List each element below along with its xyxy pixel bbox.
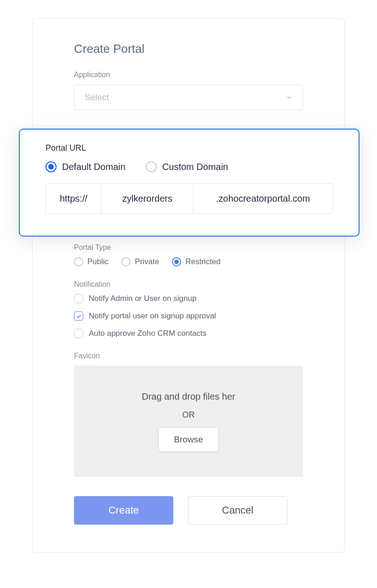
- create-portal-form: Create Portal Application Select Portal …: [32, 18, 345, 553]
- favicon-dropzone[interactable]: Drag and drop files her OR Browse: [74, 366, 303, 477]
- chevron-down-icon: [286, 94, 292, 101]
- application-placeholder: Select: [85, 92, 109, 102]
- notification-section: Notification Notify Admin or User on sig…: [74, 280, 303, 338]
- portal-type-private-radio[interactable]: Private: [121, 257, 159, 266]
- notification-label: Notification: [74, 280, 303, 288]
- radio-icon: [172, 257, 181, 266]
- checkbox-label: Notify Admin or User on signup: [89, 294, 196, 303]
- dropzone-or: OR: [183, 410, 195, 420]
- portal-type-restricted-radio[interactable]: Restricted: [172, 257, 221, 266]
- radio-icon: [74, 257, 83, 266]
- favicon-section: Favicon Drag and drop files her OR Brows…: [74, 352, 303, 477]
- checkbox-icon: [74, 294, 83, 303]
- url-scheme: https://: [46, 184, 101, 213]
- default-domain-radio[interactable]: Default Domain: [46, 161, 126, 172]
- application-section: Application Select: [74, 71, 303, 110]
- notify-user-approval-checkbox[interactable]: Notify portal user on signup approval: [74, 311, 303, 321]
- favicon-label: Favicon: [74, 352, 303, 360]
- url-subdomain-input[interactable]: zylkerorders: [101, 184, 193, 213]
- radio-icon: [46, 161, 57, 172]
- application-select[interactable]: Select: [74, 85, 303, 110]
- domain-radio-group: Default Domain Custom Domain: [46, 161, 333, 172]
- checkbox-label: Auto approve Zoho CRM contacts: [89, 329, 206, 338]
- application-label: Application: [74, 71, 303, 79]
- portal-type-public-radio[interactable]: Public: [74, 257, 109, 266]
- url-domain: .zohocreatorportal.com: [193, 184, 332, 213]
- page-title: Create Portal: [74, 42, 303, 56]
- custom-domain-radio[interactable]: Custom Domain: [146, 161, 228, 172]
- browse-button[interactable]: Browse: [159, 428, 217, 451]
- auto-approve-checkbox[interactable]: Auto approve Zoho CRM contacts: [74, 329, 303, 338]
- notify-admin-checkbox[interactable]: Notify Admin or User on signup: [74, 294, 303, 303]
- checkbox-label: Notify portal user on signup approval: [89, 311, 216, 321]
- portal-url-input: https:// zylkerorders .zohocreatorportal…: [46, 183, 333, 214]
- create-button[interactable]: Create: [74, 496, 173, 525]
- dropzone-text: Drag and drop files her: [142, 391, 235, 402]
- cancel-button[interactable]: Cancel: [188, 496, 287, 525]
- portal-type-label: Portal Type: [74, 243, 303, 252]
- portal-type-section: Portal Type Public Private Restricted: [74, 243, 303, 266]
- portal-url-label: Portal URL: [46, 143, 333, 153]
- radio-icon: [121, 257, 131, 266]
- action-buttons: Create Cancel: [74, 496, 303, 525]
- radio-label: Public: [87, 257, 109, 266]
- portal-url-section: Portal URL Default Domain Custom Domain …: [19, 129, 360, 237]
- radio-icon: [146, 161, 157, 172]
- checkbox-icon: [74, 311, 83, 321]
- radio-label: Default Domain: [62, 162, 126, 172]
- radio-label: Private: [135, 257, 159, 266]
- radio-label: Custom Domain: [162, 162, 228, 172]
- checkbox-icon: [74, 329, 83, 338]
- portal-type-radio-group: Public Private Restricted: [74, 257, 303, 266]
- radio-label: Restricted: [185, 257, 221, 266]
